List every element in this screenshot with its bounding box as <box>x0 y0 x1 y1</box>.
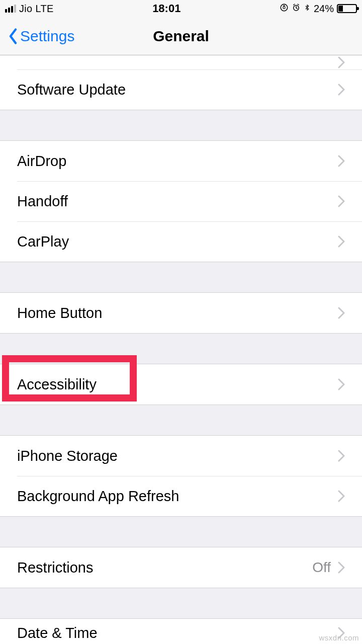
chevron-right-icon <box>338 195 345 207</box>
carrier-label: Jio <box>19 3 32 15</box>
chevron-right-icon <box>338 561 345 574</box>
chevron-left-icon <box>7 28 19 45</box>
svg-rect-1 <box>283 7 285 9</box>
row-date-time[interactable]: Date & Time <box>0 619 362 644</box>
chevron-right-icon <box>338 155 345 167</box>
group-gap <box>0 588 362 618</box>
battery-percent: 24% <box>314 3 334 15</box>
group-connectivity: AirDrop Handoff CarPlay <box>0 140 362 262</box>
status-right: 24% <box>280 2 357 15</box>
row-label: Accessibility <box>17 376 338 393</box>
status-bar: Jio LTE 18:01 24% <box>0 0 362 17</box>
chevron-right-icon <box>338 235 345 248</box>
group-software: Software Update <box>0 55 362 110</box>
battery-icon <box>337 4 357 13</box>
row-label: Home Button <box>17 305 338 321</box>
bluetooth-icon <box>304 2 311 15</box>
group-gap <box>0 405 362 435</box>
row-label: Restrictions <box>17 559 312 576</box>
row-iphone-storage[interactable]: iPhone Storage <box>0 436 362 476</box>
row-label: Background App Refresh <box>17 488 338 505</box>
chevron-right-icon <box>338 307 345 319</box>
orientation-lock-icon <box>280 2 289 15</box>
row-label: iPhone Storage <box>17 448 338 464</box>
row-carplay[interactable]: CarPlay <box>0 221 362 262</box>
chevron-right-icon <box>338 84 345 96</box>
row-about[interactable] <box>0 55 362 69</box>
row-background-app-refresh[interactable]: Background App Refresh <box>0 476 362 516</box>
alarm-icon <box>292 2 301 15</box>
row-label: AirDrop <box>17 153 338 170</box>
back-button[interactable]: Settings <box>0 28 74 45</box>
group-gap <box>0 110 362 140</box>
chevron-right-icon <box>338 378 345 390</box>
group-accessibility: Accessibility <box>0 364 362 405</box>
signal-icon <box>5 5 16 13</box>
row-handoff[interactable]: Handoff <box>0 181 362 221</box>
status-left: Jio LTE <box>5 3 54 15</box>
group-gap <box>0 262 362 292</box>
row-label: Handoff <box>17 193 338 210</box>
group-gap <box>0 517 362 547</box>
row-software-update[interactable]: Software Update <box>0 69 362 110</box>
nav-bar: Settings General <box>0 17 362 55</box>
group-home-button: Home Button <box>0 292 362 334</box>
group-gap <box>0 334 362 364</box>
back-label: Settings <box>20 28 74 45</box>
chevron-right-icon <box>338 450 345 462</box>
group-restrictions: Restrictions Off <box>0 547 362 588</box>
clock: 18:01 <box>152 2 180 15</box>
group-storage: iPhone Storage Background App Refresh <box>0 435 362 517</box>
row-home-button[interactable]: Home Button <box>0 293 362 333</box>
row-label: CarPlay <box>17 233 338 250</box>
chevron-right-icon <box>338 490 345 502</box>
group-date-time: Date & Time <box>0 618 362 644</box>
watermark: wsxdn.com <box>319 633 359 642</box>
network-label: LTE <box>35 3 53 15</box>
battery-level <box>338 6 343 12</box>
row-airdrop[interactable]: AirDrop <box>0 141 362 181</box>
row-label: Software Update <box>17 82 338 98</box>
row-accessibility[interactable]: Accessibility <box>0 364 362 405</box>
row-value: Off <box>312 559 331 576</box>
row-restrictions[interactable]: Restrictions Off <box>0 547 362 588</box>
row-label: Date & Time <box>17 625 338 641</box>
chevron-right-icon <box>338 56 345 68</box>
